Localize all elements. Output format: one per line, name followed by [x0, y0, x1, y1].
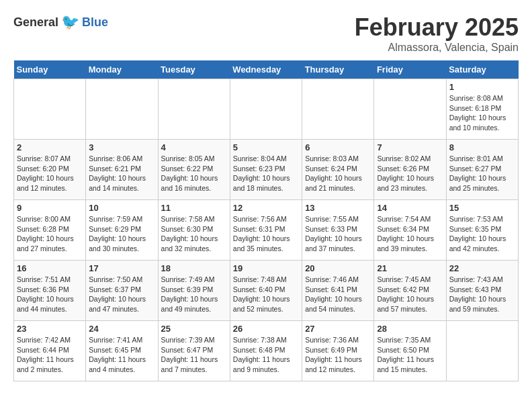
- calendar-table: Sunday Monday Tuesday Wednesday Thursday…: [13, 60, 519, 381]
- day-info: Sunrise: 8:00 AM Sunset: 6:28 PM Dayligh…: [17, 214, 83, 254]
- calendar-cell: 4Sunrise: 8:05 AM Sunset: 6:22 PM Daylig…: [158, 140, 230, 200]
- calendar-cell: [230, 79, 302, 140]
- day-number: 1: [449, 82, 515, 92]
- col-sunday: Sunday: [14, 60, 86, 79]
- calendar-cell: 26Sunrise: 7:38 AM Sunset: 6:48 PM Dayli…: [230, 321, 302, 381]
- day-number: 10: [89, 203, 154, 213]
- day-number: 4: [161, 142, 227, 152]
- calendar-cell: 1Sunrise: 8:08 AM Sunset: 6:18 PM Daylig…: [446, 79, 518, 140]
- day-info: Sunrise: 7:51 AM Sunset: 6:36 PM Dayligh…: [17, 275, 83, 314]
- calendar-cell: 6Sunrise: 8:03 AM Sunset: 6:24 PM Daylig…: [302, 140, 374, 200]
- day-info: Sunrise: 7:41 AM Sunset: 6:45 PM Dayligh…: [89, 335, 154, 375]
- day-number: 7: [377, 142, 443, 152]
- day-number: 18: [161, 263, 227, 273]
- calendar-subtitle: Almassora, Valencia, Spain: [355, 42, 519, 54]
- day-info: Sunrise: 7:55 AM Sunset: 6:33 PM Dayligh…: [305, 214, 371, 254]
- day-number: 5: [233, 142, 299, 152]
- header: General 🐦 Blue February 2025 Almassora, …: [13, 13, 519, 54]
- day-number: 25: [161, 324, 227, 334]
- day-number: 17: [89, 263, 154, 273]
- day-info: Sunrise: 7:54 AM Sunset: 6:34 PM Dayligh…: [377, 214, 443, 254]
- logo-bird-icon: 🐦: [61, 13, 79, 31]
- day-number: 23: [17, 324, 83, 334]
- day-info: Sunrise: 8:05 AM Sunset: 6:22 PM Dayligh…: [161, 154, 227, 193]
- day-info: Sunrise: 7:35 AM Sunset: 6:50 PM Dayligh…: [377, 335, 443, 375]
- calendar-week-row: 23Sunrise: 7:42 AM Sunset: 6:44 PM Dayli…: [14, 321, 519, 381]
- calendar-cell: 8Sunrise: 8:01 AM Sunset: 6:27 PM Daylig…: [446, 140, 518, 200]
- calendar-cell: 13Sunrise: 7:55 AM Sunset: 6:33 PM Dayli…: [302, 200, 374, 261]
- calendar-cell: 25Sunrise: 7:39 AM Sunset: 6:47 PM Dayli…: [158, 321, 230, 381]
- calendar-cell: [86, 79, 158, 140]
- calendar-week-row: 2Sunrise: 8:07 AM Sunset: 6:20 PM Daylig…: [14, 140, 519, 200]
- calendar-cell: 21Sunrise: 7:45 AM Sunset: 6:42 PM Dayli…: [374, 261, 446, 321]
- day-info: Sunrise: 7:46 AM Sunset: 6:41 PM Dayligh…: [305, 275, 371, 314]
- day-info: Sunrise: 7:48 AM Sunset: 6:40 PM Dayligh…: [233, 275, 299, 314]
- day-info: Sunrise: 7:53 AM Sunset: 6:35 PM Dayligh…: [449, 214, 515, 254]
- day-info: Sunrise: 7:59 AM Sunset: 6:29 PM Dayligh…: [89, 214, 154, 254]
- calendar-cell: 12Sunrise: 7:56 AM Sunset: 6:31 PM Dayli…: [230, 200, 302, 261]
- day-number: 27: [305, 324, 371, 334]
- day-info: Sunrise: 7:58 AM Sunset: 6:30 PM Dayligh…: [161, 214, 227, 254]
- calendar-cell: 10Sunrise: 7:59 AM Sunset: 6:29 PM Dayli…: [86, 200, 158, 261]
- calendar-cell: 17Sunrise: 7:50 AM Sunset: 6:37 PM Dayli…: [86, 261, 158, 321]
- col-saturday: Saturday: [446, 60, 518, 79]
- day-info: Sunrise: 7:42 AM Sunset: 6:44 PM Dayligh…: [17, 335, 83, 375]
- day-number: 28: [377, 324, 443, 334]
- calendar-cell: 5Sunrise: 8:04 AM Sunset: 6:23 PM Daylig…: [230, 140, 302, 200]
- calendar-cell: 28Sunrise: 7:35 AM Sunset: 6:50 PM Dayli…: [374, 321, 446, 381]
- day-number: 6: [305, 142, 371, 152]
- day-info: Sunrise: 7:39 AM Sunset: 6:47 PM Dayligh…: [161, 335, 227, 375]
- col-wednesday: Wednesday: [230, 60, 302, 79]
- day-number: 21: [377, 263, 443, 273]
- day-info: Sunrise: 8:01 AM Sunset: 6:27 PM Dayligh…: [449, 154, 515, 193]
- col-tuesday: Tuesday: [158, 60, 230, 79]
- calendar-cell: [158, 79, 230, 140]
- day-info: Sunrise: 7:50 AM Sunset: 6:37 PM Dayligh…: [89, 275, 154, 314]
- day-number: 20: [305, 263, 371, 273]
- day-info: Sunrise: 8:02 AM Sunset: 6:26 PM Dayligh…: [377, 154, 443, 193]
- day-info: Sunrise: 7:56 AM Sunset: 6:31 PM Dayligh…: [233, 214, 299, 254]
- day-number: 11: [161, 203, 227, 213]
- logo-general: General: [13, 15, 58, 30]
- day-info: Sunrise: 7:38 AM Sunset: 6:48 PM Dayligh…: [233, 335, 299, 375]
- day-info: Sunrise: 7:36 AM Sunset: 6:49 PM Dayligh…: [305, 335, 371, 375]
- logo-blue: Blue: [82, 15, 108, 30]
- day-number: 13: [305, 203, 371, 213]
- day-number: 16: [17, 263, 83, 273]
- day-number: 2: [17, 142, 83, 152]
- col-thursday: Thursday: [302, 60, 374, 79]
- day-number: 26: [233, 324, 299, 334]
- day-info: Sunrise: 7:43 AM Sunset: 6:43 PM Dayligh…: [449, 275, 515, 314]
- calendar-cell: 11Sunrise: 7:58 AM Sunset: 6:30 PM Dayli…: [158, 200, 230, 261]
- day-number: 3: [89, 142, 154, 152]
- day-number: 19: [233, 263, 299, 273]
- day-number: 12: [233, 203, 299, 213]
- calendar-week-row: 16Sunrise: 7:51 AM Sunset: 6:36 PM Dayli…: [14, 261, 519, 321]
- title-section: February 2025 Almassora, Valencia, Spain: [355, 13, 519, 54]
- calendar-week-row: 1Sunrise: 8:08 AM Sunset: 6:18 PM Daylig…: [14, 79, 519, 140]
- calendar-cell: 19Sunrise: 7:48 AM Sunset: 6:40 PM Dayli…: [230, 261, 302, 321]
- day-number: 22: [449, 263, 515, 273]
- calendar-cell: 18Sunrise: 7:49 AM Sunset: 6:39 PM Dayli…: [158, 261, 230, 321]
- day-info: Sunrise: 8:03 AM Sunset: 6:24 PM Dayligh…: [305, 154, 371, 193]
- day-number: 9: [17, 203, 83, 213]
- calendar-cell: 27Sunrise: 7:36 AM Sunset: 6:49 PM Dayli…: [302, 321, 374, 381]
- calendar-cell: 22Sunrise: 7:43 AM Sunset: 6:43 PM Dayli…: [446, 261, 518, 321]
- calendar-cell: 3Sunrise: 8:06 AM Sunset: 6:21 PM Daylig…: [86, 140, 158, 200]
- calendar-cell: 16Sunrise: 7:51 AM Sunset: 6:36 PM Dayli…: [14, 261, 86, 321]
- day-info: Sunrise: 7:45 AM Sunset: 6:42 PM Dayligh…: [377, 275, 443, 314]
- day-number: 24: [89, 324, 154, 334]
- day-number: 15: [449, 203, 515, 213]
- col-monday: Monday: [86, 60, 158, 79]
- day-info: Sunrise: 8:08 AM Sunset: 6:18 PM Dayligh…: [449, 93, 515, 133]
- calendar-week-row: 9Sunrise: 8:00 AM Sunset: 6:28 PM Daylig…: [14, 200, 519, 261]
- day-info: Sunrise: 7:49 AM Sunset: 6:39 PM Dayligh…: [161, 275, 227, 314]
- calendar-cell: 14Sunrise: 7:54 AM Sunset: 6:34 PM Dayli…: [374, 200, 446, 261]
- calendar-cell: [14, 79, 86, 140]
- calendar-cell: [446, 321, 518, 381]
- day-info: Sunrise: 8:06 AM Sunset: 6:21 PM Dayligh…: [89, 154, 154, 193]
- calendar-cell: 7Sunrise: 8:02 AM Sunset: 6:26 PM Daylig…: [374, 140, 446, 200]
- calendar-cell: [302, 79, 374, 140]
- day-info: Sunrise: 8:07 AM Sunset: 6:20 PM Dayligh…: [17, 154, 83, 193]
- calendar-cell: 24Sunrise: 7:41 AM Sunset: 6:45 PM Dayli…: [86, 321, 158, 381]
